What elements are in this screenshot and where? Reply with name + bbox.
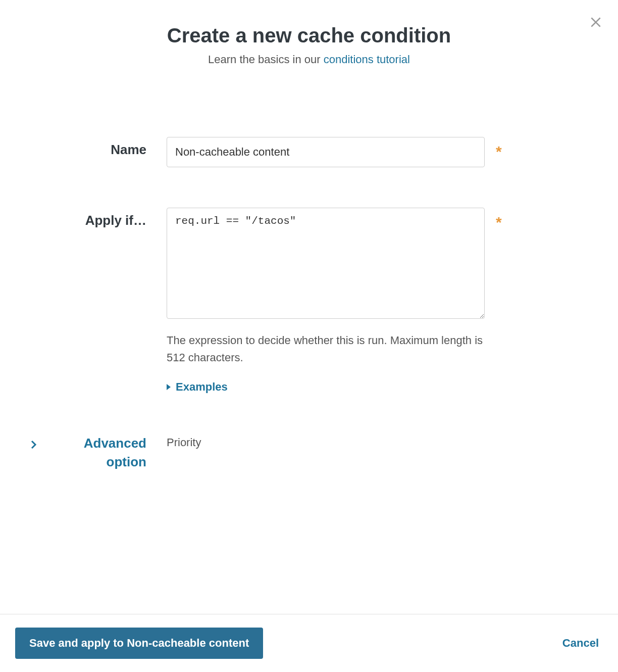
form-area: Name * Apply if… * The expression to dec… [0,86,618,491]
examples-label: Examples [176,380,228,394]
advanced-label-col: Advanced option [30,434,167,471]
required-icon: * [496,143,502,160]
conditions-tutorial-link[interactable]: conditions tutorial [324,53,410,66]
save-button[interactable]: Save and apply to Non-cacheable content [15,628,263,659]
required-icon: * [496,214,502,231]
apply-if-input-col: * The expression to decide whether this … [167,208,588,394]
name-row: Name * [30,137,588,167]
cancel-button[interactable]: Cancel [562,637,603,650]
name-input[interactable] [167,137,485,167]
subtitle-prefix: Learn the basics in our [208,53,324,66]
chevron-right-icon [30,437,37,453]
advanced-option-toggle[interactable]: Advanced option [30,434,146,471]
apply-if-label-col: Apply if… [30,208,167,228]
apply-if-textarea[interactable] [167,208,485,319]
dialog-subtitle: Learn the basics in our conditions tutor… [0,53,618,66]
dialog-header: Create a new cache condition Learn the b… [0,0,618,86]
name-input-col: * [167,137,588,167]
apply-if-help-text: The expression to decide whether this is… [167,332,485,366]
name-label: Name [111,142,146,157]
close-button[interactable] [589,15,603,29]
triangle-right-icon [167,384,171,390]
apply-if-label: Apply if… [85,213,146,228]
apply-if-row: Apply if… * The expression to decide whe… [30,208,588,394]
advanced-row: Advanced option Priority [30,434,588,471]
dialog-title: Create a new cache condition [0,24,618,47]
advanced-option-label: Advanced option [41,434,146,471]
examples-toggle[interactable]: Examples [167,380,228,394]
name-label-col: Name [30,137,167,158]
dialog-footer: Save and apply to Non-cacheable content … [0,614,618,672]
close-icon [589,16,602,29]
priority-label: Priority [167,434,201,449]
